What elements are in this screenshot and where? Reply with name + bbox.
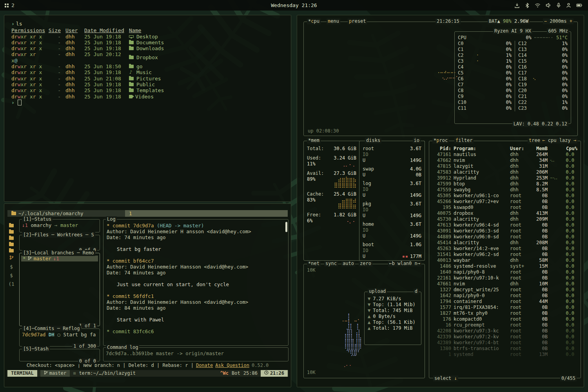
process-row[interactable]: 45266 kworker/u97:2+ev root 0B 0.0: [429, 199, 581, 205]
process-row[interactable]: 1327 dmcrypt_write/25 root 0B 0.0: [429, 287, 581, 293]
preset-button[interactable]: preset: [348, 18, 367, 24]
net-stats-box: upload d ▼7.27 KiB/s ▼Top: (1.14 Mib) ▼T…: [364, 292, 421, 345]
mem-box-title[interactable]: *mem: [307, 138, 321, 143]
process-row[interactable]: 47599 btop dhh 8.2M 0.0: [429, 181, 581, 187]
log-commit[interactable]: * commit 83fc6c6: [107, 328, 286, 334]
clock-icon: [264, 370, 269, 376]
panel-files[interactable]: [2]─Files ─ Worktrees ─ S 0 of 0: [19, 235, 100, 250]
tree-toggle[interactable]: tree: [528, 138, 541, 143]
user-icon[interactable]: [566, 3, 571, 8]
bluetooth-icon[interactable]: [525, 3, 530, 8]
process-row[interactable]: 1 systemd root 13M 0.0: [429, 352, 581, 358]
tab-repo-path[interactable]: ~/.local/share/omarchy: [7, 210, 125, 217]
net-scale-top: 10K: [307, 267, 316, 273]
network-section[interactable]: *net sync auto zero ←b wlan0 n→ 10K 10K …: [303, 264, 425, 378]
statusline-clock: 21:26: [261, 370, 288, 377]
uptime: up 02:08:30: [308, 128, 339, 134]
process-row[interactable]: 1827 mt76-tx phy0 root 0B 0.0: [429, 310, 581, 316]
memory-section[interactable]: *mem Total:30.6 GiB Used:3.24 GiB 11%⢀⡀⠄…: [303, 141, 425, 261]
process-row[interactable]: 45305 kworker/u96:1-co root 0B 0.0: [429, 193, 581, 199]
tab-secondary[interactable]: 1: [125, 210, 288, 217]
git-branch-chip[interactable]: master: [40, 370, 70, 377]
file-type-icon: [129, 41, 134, 44]
branch-row-selected[interactable]: * master ↓1: [21, 256, 98, 261]
process-row[interactable]: 31541 kworker/u96:2-sd root 0B 0.0: [429, 252, 581, 258]
process-row[interactable]: 16 rcu_preempt root 0B 0.0: [429, 322, 581, 328]
process-row[interactable]: 1794 containerd root 44M 0.0: [429, 299, 581, 305]
filter-button[interactable]: filter: [454, 138, 474, 143]
process-row[interactable]: 1380 btrfs-transactio root 0B 0.0: [429, 346, 581, 352]
process-row[interactable]: 45730 alacritty dhh 209M 0.0: [429, 216, 581, 222]
panel-stash[interactable]: [5]─Stash 0 of 0: [19, 349, 100, 361]
net-interface[interactable]: ←b wlan0 n→: [388, 261, 421, 267]
cpu-box-title[interactable]: *cpu: [307, 18, 321, 24]
io-title[interactable]: io: [413, 138, 421, 143]
updates-icon[interactable]: [514, 3, 520, 8]
process-row[interactable]: 47613 kworker/u96:4-sd root 0B 0.0: [429, 222, 581, 228]
memory-stat: Free:1.82 GiB 6%⠠⡀⠄: [307, 212, 356, 224]
memory-stats: Total:30.6 GiB Used:3.24 GiB 11%⢀⡀⠄⡀ Ava…: [307, 146, 356, 224]
ask-question-link[interactable]: Ask Question: [215, 363, 249, 368]
process-row[interactable]: 176 kcompactd0 root 0B 0.0: [429, 316, 581, 322]
clock[interactable]: Wednesday 21:26: [271, 2, 317, 8]
process-row[interactable]: 22161 kworker/u97:10-k root 0B 0.0: [429, 275, 581, 281]
process-row[interactable]: 42389 kworker/u97:4-bt root 0B 0.0: [429, 340, 581, 346]
process-row[interactable]: 45263 kworker/14:2-eve root 0B 0.0: [429, 246, 581, 252]
process-row[interactable]: 47661 nvim dhh 10M 0.0: [429, 281, 581, 287]
disks-title[interactable]: disks: [365, 138, 381, 143]
log-commit[interactable]: * commit 56fdfc1 Author: David Heinemeie…: [107, 293, 286, 323]
sort-selector[interactable]: ← cpu lazy →: [541, 138, 577, 143]
process-row[interactable]: 1577 irq/81-PIXA3854: root 0B 0.0: [429, 305, 581, 310]
process-row[interactable]: 43091 kworker/u96:3-sd root 0B 0.0: [429, 228, 581, 234]
net-zero-button[interactable]: zero: [359, 261, 372, 267]
process-row[interactable]: 39912 Hyprland dhh 253M ⠒⠢⠄ 0.0: [429, 175, 581, 181]
core-row: C00% C121%: [458, 41, 568, 47]
process-row[interactable]: 195 kswapd0 root 0B 0.0: [429, 205, 581, 211]
process-row[interactable]: 1640 napi/phy0-8 root 0B 0.0: [429, 269, 581, 275]
process-row[interactable]: 47815 lazygit dhh 31M 0.0: [429, 163, 581, 169]
net-box-title[interactable]: *net: [307, 261, 321, 267]
process-row[interactable]: 40013 waybar dhh 58M 0.0: [429, 258, 581, 263]
process-row[interactable]: 40075 dropbox dhh 413M 0.0: [429, 211, 581, 216]
battery-icon[interactable]: [576, 3, 583, 7]
proc-box-title[interactable]: *proc: [432, 138, 449, 143]
process-row[interactable]: 1486 systemd-resolve syst+ 15M 0.0: [429, 263, 581, 269]
shell-cursor-line[interactable]: ›: [11, 100, 291, 105]
download-hotkey[interactable]: d: [414, 289, 419, 294]
core-row: C80% C200%: [458, 88, 568, 94]
process-section[interactable]: *proc filter tree ← cpu lazy → Pid: Prog…: [429, 141, 581, 378]
microphone-icon[interactable]: [556, 3, 561, 8]
process-row[interactable]: 47161 nautilus dhh 264M 0.0: [429, 152, 581, 158]
net-auto-button[interactable]: auto: [341, 261, 355, 267]
log-commit[interactable]: * commit bf64cc7 Author: David Heinemeie…: [107, 258, 286, 287]
volume-icon[interactable]: [546, 3, 551, 8]
process-row[interactable]: 42339 kworker/u97:2-kv root 0B 0.0: [429, 334, 581, 340]
process-row[interactable]: 45414 alacritty dhh 208M 0.0: [429, 240, 581, 246]
log-commit[interactable]: * commit 7dc9d7a (HEAD -> master) Author…: [107, 223, 286, 252]
process-row[interactable]: 44889 kworker/u96:0-sd root 0B 0.0: [429, 234, 581, 240]
wifi-icon[interactable]: [535, 3, 541, 8]
process-row[interactable]: 47559 swaybg dhh 8.5M 0.0: [429, 187, 581, 193]
disks-box[interactable]: disks io root3.6T IO U149G swap4.0G U0B: [359, 141, 425, 261]
panel-branches[interactable]: [3]─Local branches ─ Remo * master ↓1 1 …: [19, 253, 100, 326]
panel-log[interactable]: Log * commit 7dc9d7a (HEAD -> master) Au…: [103, 219, 289, 346]
core-row: C50% C170%: [458, 70, 568, 76]
workspace-indicator[interactable]: 2: [11, 2, 15, 8]
ls-row: drwxr xr x - dhh 25 Jun 19:18 Desktop: [11, 34, 291, 40]
log-scrollbar[interactable]: [285, 222, 287, 232]
panel-commits[interactable]: [4]─Commits ─ Reflog 7dc9d7ad DH ○ Start…: [19, 328, 100, 347]
donate-link[interactable]: Donate: [196, 363, 213, 368]
process-row[interactable]: 1642 napi/phy0-0 root 0B 0.0: [429, 293, 581, 299]
process-row[interactable]: 47662 nvim dhh 34M ⠢⠄ 0.0: [429, 158, 581, 163]
process-table: 47161 nautilus dhh 264M 0.0 47662 nvim d…: [429, 152, 581, 358]
commit-log-list: * commit 7dc9d7a (HEAD -> master) Author…: [103, 220, 288, 342]
cpu-section[interactable]: *cpu menu preset 21:26:15 BAT▲ 98% 2.96W…: [303, 22, 578, 136]
panel-status[interactable]: [1]─Status ↓1 omarchy → master: [19, 219, 100, 232]
process-row[interactable]: 47583 alacritty dhh 206M 0.0: [429, 169, 581, 175]
process-row[interactable]: 42208 kworker/u97:3-kc root 0B 0.0: [429, 328, 581, 334]
select-hint[interactable]: select ↓: [433, 376, 458, 381]
menu-button[interactable]: menu: [327, 18, 340, 24]
net-sync-button[interactable]: sync: [324, 261, 338, 267]
git-branch-icon: [9, 255, 14, 261]
refresh-interval-control[interactable]: − 2000ms +: [543, 18, 573, 24]
